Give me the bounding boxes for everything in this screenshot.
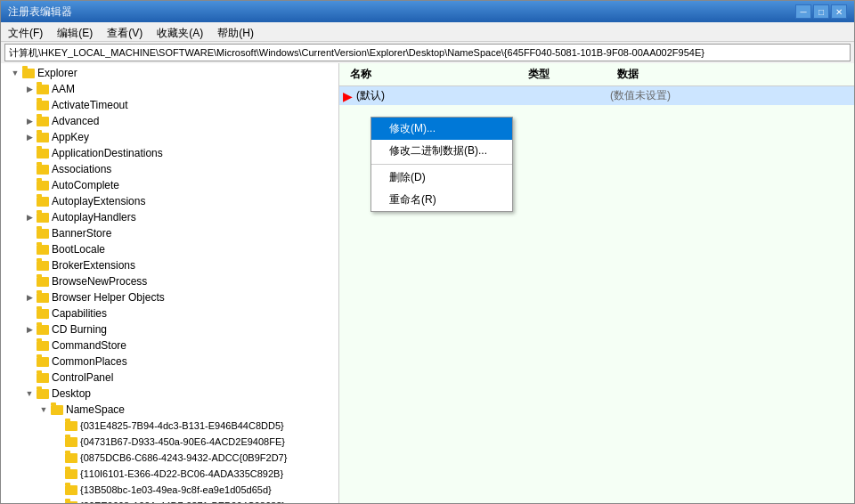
expand-autoplayextensions: ▶ (22, 194, 37, 208)
expand-guid2: ▶ (51, 435, 65, 449)
expand-applicationdestinations: ▶ (22, 146, 37, 160)
tree-item-bannerstore[interactable]: ▶ BannerStore (1, 225, 338, 241)
tree-item-guid5[interactable]: ▶ {13B508bc-1e03-49ea-9c8f-ea9e1d05d65d} (1, 482, 338, 498)
folder-icon-commandstore (37, 341, 49, 351)
folder-icon-appkey (37, 133, 49, 142)
expand-guid6: ▶ (51, 499, 65, 503)
folder-icon-autoplayhandlers (37, 213, 49, 223)
menu-view[interactable]: 查看(V) (100, 24, 150, 39)
title-bar: 注册表编辑器 ─ □ ✕ (1, 1, 854, 22)
col-name: 名称 (343, 65, 521, 84)
folder-icon-advanced (37, 117, 49, 126)
folder-icon-autocomplete (37, 181, 49, 191)
expand-guid4: ▶ (51, 467, 65, 481)
tree-item-advanced[interactable]: ▶ Advanced (1, 113, 338, 129)
expand-autocomplete: ▶ (22, 178, 37, 192)
tree-item-autocomplete[interactable]: ▶ AutoComplete (1, 177, 338, 193)
selected-row-data: (数值未设置) (610, 88, 671, 103)
tree-item-bootlocale[interactable]: ▶ BootLocale (1, 241, 338, 257)
folder-icon-cdburning (37, 325, 49, 335)
folder-icon-guid6 (65, 501, 77, 504)
expand-aam[interactable]: ▶ (22, 82, 37, 96)
folder-icon-controlpanel (37, 373, 49, 383)
expand-advanced[interactable]: ▶ (22, 114, 37, 128)
tree-item-activatetimeout[interactable]: ▶ ActivateTimeout (1, 97, 338, 113)
tree-item-browsenewprocess[interactable]: ▶ BrowseNewProcess (1, 273, 338, 289)
maximize-button[interactable]: □ (813, 4, 829, 19)
tree-item-commandstore[interactable]: ▶ CommandStore (1, 337, 338, 354)
expand-commonplaces: ▶ (22, 354, 37, 369)
folder-icon-browserhelperobjects (37, 293, 49, 303)
tree-item-aam[interactable]: ▶ AAM (1, 81, 338, 97)
tree-item-controlpanel[interactable]: ▶ ControlPanel (1, 370, 338, 386)
expand-autoplayhandlers[interactable]: ▶ (22, 210, 37, 224)
menu-file[interactable]: 文件(F) (1, 24, 50, 39)
folder-icon-browsenewprocess (37, 277, 49, 287)
expand-browserhelperobjects[interactable]: ▶ (22, 290, 37, 305)
context-menu-delete[interactable]: 删除(D) (371, 167, 512, 189)
tree-item-cdburning[interactable]: ▶ CD Burning (1, 321, 338, 337)
minimize-button[interactable]: ─ (795, 4, 811, 19)
tree-item-guid1[interactable]: ▶ {031E4825-7B94-4dc3-B131-E946B44C8DD5} (1, 418, 338, 434)
col-data: 数据 (610, 65, 646, 84)
expand-commandstore: ▶ (22, 338, 37, 353)
tree-item-brokerextensions[interactable]: ▶ BrokerExtensions (1, 257, 338, 273)
expand-appkey[interactable]: ▶ (22, 130, 37, 144)
tree-item-capabilities[interactable]: ▶ Capabilities (1, 305, 338, 321)
context-menu-rename[interactable]: 重命名(R) (371, 189, 512, 211)
right-panel-header: 名称 类型 数据 (339, 63, 854, 86)
folder-icon-commonplaces (37, 357, 49, 367)
expand-desktop[interactable]: ▼ (22, 386, 37, 401)
address-bar-label: 计算机\HKEY_LOCAL_MACHINE\SOFTWARE\Microsof… (9, 46, 704, 60)
expand-cdburning[interactable]: ▶ (22, 322, 37, 337)
tree-item-applicationdestinations[interactable]: ▶ ApplicationDestinations (1, 145, 338, 161)
expand-bootlocale: ▶ (22, 242, 37, 256)
tree-item-autoplayhandlers[interactable]: ▶ AutoplayHandlers (1, 209, 338, 225)
tree-item-associations[interactable]: ▶ Associations (1, 161, 338, 177)
tree-item-commonplaces[interactable]: ▶ CommonPlaces (1, 354, 338, 370)
expand-guid3: ▶ (51, 451, 65, 465)
folder-icon-applicationdestinations (37, 149, 49, 159)
main-content: ▼ Explorer ▶ AAM ▶ ActivateTimeout ▶ Adv… (1, 63, 854, 503)
tree-item-desktop[interactable]: ▼ Desktop (1, 386, 338, 402)
expand-associations: ▶ (22, 162, 37, 176)
tree-item-guid6[interactable]: ▶ {26EE0668-A00A-44D7-9371-BEB064C98683} (1, 498, 338, 503)
tree-item-explorer[interactable]: ▼ Explorer (1, 65, 338, 81)
expand-activatetimeout: ▶ (22, 98, 37, 112)
expand-controlpanel: ▶ (22, 370, 37, 385)
expand-bannerstore: ▶ (22, 226, 37, 240)
tree-item-guid2[interactable]: ▶ {04731B67-D933-450a-90E6-4ACD2E9408FE} (1, 434, 338, 450)
tree-item-namespace[interactable]: ▼ NameSpace (1, 402, 338, 418)
registry-editor-window: 注册表编辑器 ─ □ ✕ 文件(F) 编辑(E) 查看(V) 收藏夹(A) 帮助… (0, 0, 855, 504)
context-menu: 修改(M)... 修改二进制数据(B)... 删除(D) 重命名(R) (370, 117, 513, 212)
expand-namespace[interactable]: ▼ (37, 402, 51, 417)
folder-icon-bannerstore (37, 229, 49, 239)
expand-browsenewprocess: ▶ (22, 274, 37, 289)
selected-row-name: (默认) (356, 88, 521, 103)
tree-item-guid3[interactable]: ▶ {0875DCB6-C686-4243-9432-ADCC{0B9F2D7} (1, 450, 338, 466)
context-menu-modify-binary[interactable]: 修改二进制数据(B)... (371, 140, 512, 162)
title-bar-buttons: ─ □ ✕ (795, 4, 847, 19)
menu-edit[interactable]: 编辑(E) (50, 24, 100, 39)
expand-brokerextensions: ▶ (22, 258, 37, 272)
context-menu-separator (371, 164, 512, 165)
folder-icon-guid5 (65, 485, 77, 495)
folder-icon-guid4 (65, 469, 77, 479)
menu-favorites[interactable]: 收藏夹(A) (150, 24, 210, 39)
context-menu-modify[interactable]: 修改(M)... (371, 118, 512, 140)
folder-icon-autoplayextensions (37, 197, 49, 207)
folder-icon-explorer (22, 69, 35, 78)
close-button[interactable]: ✕ (831, 4, 847, 19)
expand-explorer[interactable]: ▼ (8, 66, 22, 80)
right-selected-row[interactable]: ▶ (默认) (数值未设置) (339, 86, 854, 105)
tree-item-guid4[interactable]: ▶ {110I6101-E366-4D22-BC06-4ADA335C892B} (1, 466, 338, 482)
tree-item-appkey[interactable]: ▶ AppKey (1, 129, 338, 145)
tree-item-autoplayextensions[interactable]: ▶ AutoplayExtensions (1, 193, 338, 209)
tree-item-browserhelperobjects[interactable]: ▶ Browser Helper Objects (1, 289, 338, 305)
expand-capabilities: ▶ (22, 306, 37, 321)
menu-bar: 文件(F) 编辑(E) 查看(V) 收藏夹(A) 帮助(H) (1, 22, 854, 42)
folder-icon-desktop (37, 389, 49, 399)
left-panel[interactable]: ▼ Explorer ▶ AAM ▶ ActivateTimeout ▶ Adv… (1, 63, 339, 503)
menu-help[interactable]: 帮助(H) (210, 24, 261, 39)
folder-icon-activatetimeout (37, 101, 49, 110)
